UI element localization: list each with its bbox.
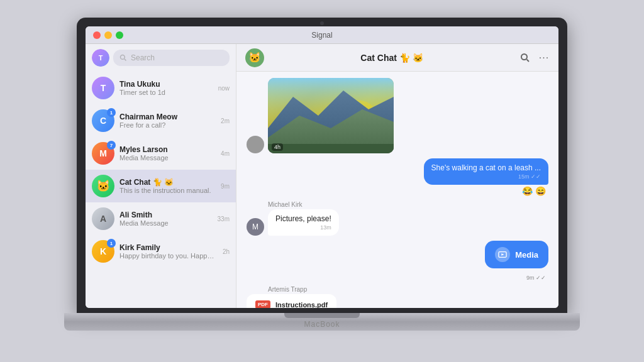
title-bar: Signal <box>86 26 558 44</box>
message-bubble: Pictures, please! 13m <box>268 209 339 236</box>
image-time-label: 4h <box>272 143 283 151</box>
more-options-button[interactable]: ··· <box>538 52 550 63</box>
list-item[interactable]: K 1 Kirk Family Happy birthday to you. H… <box>86 235 236 268</box>
convo-name: Kirk Family <box>119 243 218 252</box>
sender-avatar: M <box>247 218 264 236</box>
convo-content: Cat Chat 🐈 🐱 This is the instruction man… <box>119 178 216 194</box>
convo-time: 33m <box>218 216 230 222</box>
convo-content: Ali Smith Media Message <box>119 211 213 227</box>
sender-name: Michael Kirk <box>268 201 548 208</box>
laptop-screen: Signal T Search <box>77 18 567 313</box>
media-label: Media <box>515 250 538 260</box>
message-row: Michael Kirk M Pictures, please! 13m <box>247 201 548 236</box>
media-meta: 9m ✓✓ <box>247 275 548 281</box>
pdf-header: PDF Instructions.pdf <box>255 300 328 308</box>
outgoing-message: She's walking a cat on a leash ... 15m ✓… <box>247 158 548 185</box>
search-icon <box>119 54 127 62</box>
convo-content: Myles Larson Media Message <box>119 145 216 162</box>
convo-preview: Timer set to 1d <box>119 89 213 96</box>
convo-name: Chairman Meow <box>119 112 216 121</box>
incoming-message: M Pictures, please! 13m <box>247 209 548 236</box>
convo-content: Tina Ukuku Timer set to 1d <box>119 80 213 96</box>
list-item[interactable]: C 1 Chairman Meow Free for a call? 2m <box>86 104 236 137</box>
convo-preview: Free for a call? <box>119 121 216 129</box>
conversation-list: T Tina Ukuku Timer set to 1d now C <box>86 72 236 308</box>
chat-header: 🐱 Cat Chat 🐈 🐱 ··· <box>236 44 558 72</box>
avatar: A <box>92 207 114 230</box>
chat-header-icons: ··· <box>519 52 550 63</box>
search-chat-button[interactable] <box>519 52 531 63</box>
message-meta: 13m <box>275 224 331 231</box>
svg-point-0 <box>121 55 125 60</box>
search-input[interactable]: Search <box>113 50 230 66</box>
convo-content: Chairman Meow Free for a call? <box>119 112 216 129</box>
unread-badge: 1 <box>107 239 116 248</box>
media-message: Media <box>485 241 548 268</box>
pdf-icon: PDF <box>255 300 270 308</box>
search-bar: T Search <box>86 44 236 72</box>
svg-point-2 <box>521 54 527 60</box>
convo-preview: Media Message <box>119 219 213 227</box>
list-item[interactable]: A Ali Smith Media Message 33m <box>86 202 236 235</box>
message-bubble: She's walking a cat on a leash ... 15m ✓… <box>424 158 548 185</box>
message-row: She's walking a cat on a leash ... 15m ✓… <box>247 158 548 196</box>
avatar: 🐱 <box>92 175 114 197</box>
convo-preview: This is the instruction manual. <box>119 187 216 194</box>
avatar: C 1 <box>92 109 114 132</box>
svg-rect-8 <box>268 144 394 153</box>
pdf-attachment: PDF Instructions.pdf 21.04 KB <box>247 294 336 308</box>
pdf-filename: Instructions.pdf <box>275 301 328 309</box>
message-text: She's walking a cat on a leash ... <box>431 163 541 172</box>
close-button[interactable] <box>93 31 101 39</box>
avatar: T <box>92 77 114 99</box>
svg-line-1 <box>125 59 126 61</box>
convo-time: now <box>218 85 230 92</box>
list-item[interactable]: 🐱 Cat Chat 🐈 🐱 This is the instruction m… <box>86 170 236 202</box>
convo-time: 4m <box>221 150 230 157</box>
convo-time: 2h <box>223 248 230 255</box>
list-item[interactable]: T Tina Ukuku Timer set to 1d now <box>86 72 236 104</box>
unread-badge: 1 <box>107 108 116 117</box>
convo-name: Ali Smith <box>119 211 213 219</box>
media-icon <box>495 247 510 262</box>
maximize-button[interactable] <box>116 31 123 39</box>
avatar: K 1 <box>92 240 114 263</box>
convo-time: 9m <box>221 183 230 190</box>
app-body: T Search <box>86 44 558 308</box>
list-item[interactable]: M 7 Myles Larson Media Message 4m <box>86 137 236 170</box>
convo-preview: Happy birthday to you. Happy birt... <box>119 252 218 260</box>
chat-title: Cat Chat 🐈 🐱 <box>269 53 514 63</box>
convo-time: 2m <box>221 118 230 124</box>
messages-area[interactable]: 4h She's walking a cat on a leash ... 15… <box>236 72 558 308</box>
svg-line-3 <box>527 59 530 62</box>
convo-name: Tina Ukuku <box>119 80 213 89</box>
sender-name: Artemis Trapp <box>268 286 548 293</box>
image-message: 4h <box>268 78 394 153</box>
screen-inner: Signal T Search <box>86 26 558 308</box>
laptop-wrapper: Signal T Search <box>64 18 580 344</box>
chat-header-avatar: 🐱 <box>245 48 264 67</box>
chat-image: 4h <box>268 78 394 153</box>
sender-avatar <box>247 136 264 153</box>
avatar: M 7 <box>92 142 114 165</box>
message-row: Media <box>247 241 548 268</box>
minimize-button[interactable] <box>104 31 112 39</box>
svg-marker-10 <box>501 253 504 256</box>
convo-content: Kirk Family Happy birthday to you. Happy… <box>119 243 218 260</box>
chat-area: 🐱 Cat Chat 🐈 🐱 ··· <box>236 44 558 308</box>
traffic-lights <box>93 31 123 39</box>
convo-name: Myles Larson <box>119 145 216 154</box>
macbook-label: MacBook <box>304 320 340 329</box>
convo-name: Cat Chat 🐈 🐱 <box>119 178 216 187</box>
message-meta: 15m ✓✓ <box>431 173 541 180</box>
unread-badge: 7 <box>107 141 116 150</box>
search-placeholder: Search <box>131 53 155 62</box>
sidebar: T Search <box>86 44 236 308</box>
user-avatar[interactable]: T <box>92 49 109 67</box>
window-title: Signal <box>311 31 332 40</box>
camera-dot <box>320 21 324 25</box>
message-row: 4h <box>247 78 548 153</box>
message-row: Artemis Trapp PDF Instructions.pdf 21.04… <box>247 286 548 308</box>
laptop-base: MacBook <box>64 313 580 331</box>
emoji-reactions: 😂😄 <box>247 186 548 196</box>
